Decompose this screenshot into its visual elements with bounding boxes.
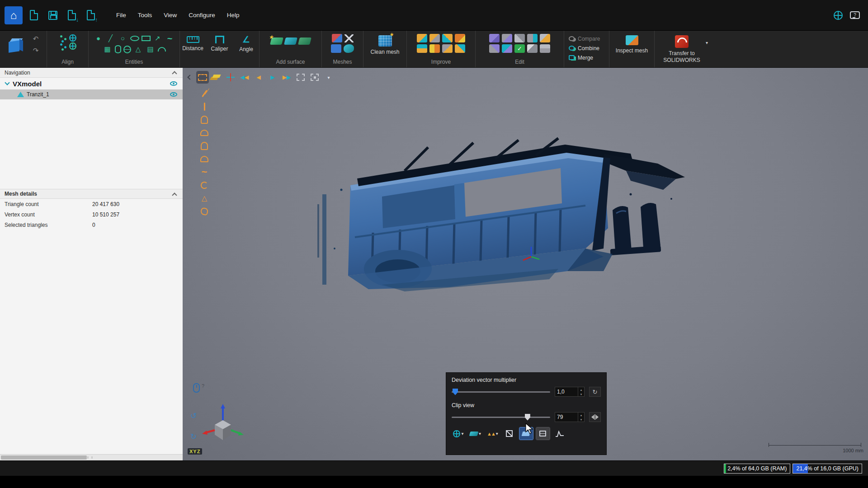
deviation-spin-down[interactable]: ▾ (578, 392, 584, 396)
clip-slider-handle[interactable] (525, 414, 530, 421)
add-surface-auto-icon[interactable]: ★ (270, 38, 283, 45)
line-select-tool[interactable] (199, 102, 209, 111)
selection-mode-volume[interactable] (309, 71, 321, 83)
layers-tool[interactable] (211, 71, 222, 83)
entity-cylinder-icon[interactable] (115, 45, 121, 53)
home-button[interactable]: ⌂ (5, 6, 23, 24)
clip-spin-down[interactable]: ▾ (578, 417, 584, 422)
merge-button[interactable]: Merge (567, 53, 606, 62)
entity-point-icon[interactable]: ● (94, 34, 104, 43)
improve-boundary-icon[interactable] (429, 34, 440, 42)
mouse-hint[interactable]: ? (193, 383, 204, 393)
improve-defeature-icon[interactable] (442, 34, 453, 42)
mesh-details-collapse-icon[interactable] (172, 192, 177, 197)
transfer-dropdown-icon[interactable]: ▾ (706, 40, 708, 45)
panel-collapse-button[interactable] (187, 73, 193, 81)
selection-toolbar-more[interactable]: ▾ (323, 71, 335, 83)
mesh-details-header[interactable]: Mesh details (0, 189, 183, 199)
mesh-display-button[interactable]: ▾ (452, 427, 465, 440)
rotate-ccw-button[interactable]: ↺ (190, 411, 197, 421)
surface-display-button[interactable]: ▾ (468, 427, 482, 440)
selection-mode-surface[interactable] (295, 71, 307, 83)
clip-range-button[interactable] (589, 412, 601, 422)
add-surface-manual-icon[interactable] (284, 38, 297, 45)
deviation-slider-handle[interactable] (453, 389, 458, 395)
curve-select-tool[interactable] (199, 180, 209, 190)
edit-separate-icon[interactable] (502, 34, 512, 42)
align-axis-icon[interactable] (69, 42, 76, 50)
align-points-icon[interactable] (60, 35, 62, 38)
align-bestfit-icon[interactable] (60, 43, 62, 46)
mesh-compare-icon[interactable] (332, 34, 342, 42)
caliper-button[interactable]: Caliper (208, 34, 232, 52)
rotate-cw-button[interactable]: ↻ (190, 432, 197, 441)
curvature-plot-button[interactable] (553, 427, 566, 440)
deviation-reset-button[interactable]: ↻ (589, 387, 601, 397)
vxmodel-disclosure-icon[interactable] (5, 80, 9, 85)
transfer-solidworks-button[interactable]: Transfer to SOLIDWORKS (660, 34, 703, 64)
entity-spline-icon[interactable]: ~ (165, 34, 175, 43)
edit-pencil-icon[interactable] (527, 44, 538, 53)
entity-rectangle-icon[interactable] (142, 36, 151, 41)
navigation-collapse-icon[interactable] (172, 71, 177, 76)
menu-configure[interactable]: Configure (183, 8, 221, 22)
distance-button[interactable]: Distance (181, 35, 205, 52)
inspect-mesh-button[interactable]: Inspect mesh (611, 34, 653, 54)
entity-cone-icon[interactable]: △ (133, 45, 143, 54)
new-document-button[interactable] (26, 8, 42, 23)
language-globe-icon[interactable] (834, 11, 843, 20)
deviation-slider[interactable] (452, 391, 550, 393)
edit-validate-icon[interactable]: ✓ (514, 44, 525, 53)
dome-select-tool-1[interactable] (199, 115, 209, 124)
navigation-header[interactable]: Navigation (0, 68, 183, 78)
dome-select-tool-2[interactable] (199, 128, 209, 137)
improve-spikes-icon[interactable] (455, 34, 465, 42)
nav-prev-button[interactable]: ◀ (253, 71, 264, 83)
improve-remesh-icon[interactable] (442, 44, 453, 53)
nav-next-button[interactable]: ▶ (267, 71, 278, 83)
edit-scale-icon[interactable] (540, 34, 550, 42)
scrollbar-thumb[interactable] (1, 455, 87, 460)
tree-node-tranzit[interactable]: Tranzit_1 (0, 89, 183, 99)
menu-view[interactable]: View (158, 8, 183, 22)
angle-button[interactable]: ∠ Angle (234, 34, 259, 52)
vxmodel-visibility-icon[interactable] (170, 81, 177, 86)
improve-decimate-icon[interactable] (429, 44, 440, 53)
entity-line-icon[interactable]: ╱ (106, 34, 116, 43)
deviation-spin-up[interactable]: ▴ (578, 387, 584, 392)
entity-ellipse-icon[interactable] (130, 36, 139, 41)
entity-plane-icon[interactable]: ▦ (103, 45, 113, 54)
import-session-button[interactable]: ↓ (64, 8, 80, 23)
entity-arc-icon[interactable] (158, 47, 166, 52)
combine-button[interactable]: Combine (567, 43, 606, 53)
entity-slab-icon[interactable]: ▤ (146, 45, 156, 54)
edit-align-icon[interactable] (502, 44, 512, 53)
dome-select-tool-3[interactable] (199, 141, 209, 150)
van-scan-model[interactable] (314, 136, 689, 316)
export-session-button[interactable]: ↑ (83, 8, 99, 23)
rectangle-selection-tool[interactable] (197, 71, 208, 83)
improve-fill-holes-icon[interactable] (417, 34, 427, 42)
panel-horizontal-scrollbar[interactable] (0, 454, 183, 460)
edit-patch-icon[interactable] (540, 44, 550, 53)
mesh-shell-icon[interactable] (344, 44, 354, 53)
align-target-icon[interactable] (69, 34, 76, 42)
menu-help[interactable]: Help (221, 8, 245, 22)
bounding-box-button[interactable] (503, 427, 516, 440)
add-surface-resurface-icon[interactable] (298, 38, 311, 45)
entity-polyline-icon[interactable]: ↗ (153, 34, 163, 43)
feedback-bubble-icon[interactable]: ? (850, 11, 860, 19)
improve-smooth-icon[interactable] (417, 44, 427, 53)
clip-spin-up[interactable]: ▴ (578, 413, 584, 417)
nav-last-button[interactable]: ▶▶ (281, 71, 292, 83)
undo-button[interactable]: ↶ (31, 34, 41, 44)
viewport-3d[interactable]: ◀◀ ◀ ▶ ▶▶ ▾ ~ △ (183, 68, 868, 460)
mesh-sample-icon[interactable] (331, 44, 341, 53)
dome-select-tool-4[interactable] (199, 154, 209, 164)
edit-mirror-icon[interactable] (527, 34, 538, 42)
deviation-value-input[interactable] (555, 387, 578, 396)
clip-value-input[interactable] (555, 413, 578, 422)
edit-transform-icon[interactable] (489, 44, 500, 53)
clip-slider[interactable] (452, 417, 550, 418)
orientation-triad[interactable] (201, 403, 245, 446)
